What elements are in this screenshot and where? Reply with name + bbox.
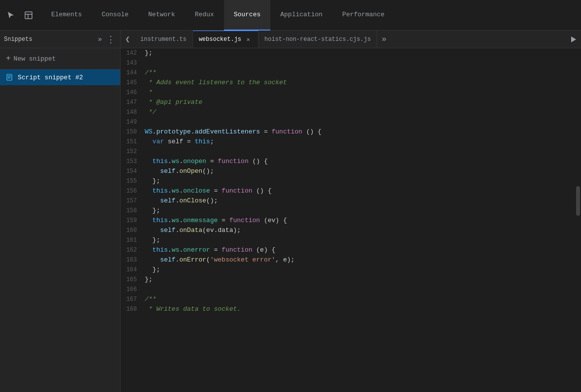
code-editor: 142 }; 143 144 /** 145 * Adds event list…	[121, 48, 581, 392]
code-line: 142 };	[121, 48, 575, 58]
code-line: 161 };	[121, 235, 575, 245]
file-tabs: ❮ instrument.ts websocket.js ✕ hoist-non…	[121, 31, 581, 48]
svg-marker-7	[571, 36, 576, 42]
scrollbar-track[interactable]	[575, 48, 581, 392]
code-line: 163 self.onError('websocket error', e);	[121, 255, 575, 265]
file-tab-instrument-label: instrument.ts	[140, 36, 187, 43]
code-line: 152	[121, 147, 575, 157]
top-tabbar: Elements Console Network Redux Sources A…	[0, 0, 581, 31]
sidebar: Snippets » ⋮ + New snippet Script snippe…	[0, 31, 121, 392]
code-line: 144 /**	[121, 68, 575, 78]
code-line: 143	[121, 58, 575, 68]
file-tab-websocket[interactable]: websocket.js ✕	[193, 31, 258, 48]
file-tabs-more-button[interactable]: »	[377, 31, 391, 48]
dock-icon[interactable]	[22, 8, 35, 22]
code-line: 150 WS.prototype.addEventListeners = fun…	[121, 127, 575, 137]
sidebar-title: Snippets	[4, 36, 95, 43]
run-snippet-button[interactable]	[565, 31, 581, 48]
tab-application[interactable]: Application	[270, 0, 332, 31]
sidebar-menu-icon[interactable]: ⋮	[105, 34, 116, 45]
plus-icon: +	[6, 54, 11, 63]
code-line: 155 };	[121, 176, 575, 186]
tab-network[interactable]: Network	[138, 0, 185, 31]
tab-performance[interactable]: Performance	[332, 0, 394, 31]
tab-redux[interactable]: Redux	[185, 0, 224, 31]
code-line: 157 self.onClose();	[121, 196, 575, 206]
snippet-item-label: Script snippet #2	[18, 74, 83, 81]
cursor-icon[interactable]	[4, 8, 18, 22]
code-line: 151 var self = this;	[121, 137, 575, 147]
sidebar-header: Snippets » ⋮	[0, 31, 120, 48]
new-snippet-button[interactable]: + New snippet	[0, 48, 120, 69]
code-line: 160 self.onData(ev.data);	[121, 226, 575, 235]
devtools-icons	[4, 8, 41, 22]
tab-nav-back[interactable]: ❮	[121, 31, 134, 48]
file-tab-hoist[interactable]: hoist-non-react-statics.cjs.js	[258, 31, 377, 48]
code-line: 166	[121, 285, 575, 294]
code-line: 159 this.ws.onmessage = function (ev) {	[121, 216, 575, 226]
code-line: 168 * Writes data to socket.	[121, 304, 575, 314]
code-content[interactable]: 142 }; 143 144 /** 145 * Adds event list…	[121, 48, 575, 392]
tab-elements[interactable]: Elements	[41, 0, 92, 31]
file-tab-close-icon[interactable]: ✕	[244, 35, 252, 43]
file-tab-instrument[interactable]: instrument.ts	[134, 31, 193, 48]
code-line: 145 * Adds event listeners to the socket	[121, 78, 575, 88]
code-line: 167 /**	[121, 294, 575, 304]
code-line: 164 };	[121, 265, 575, 275]
code-line: 156 this.ws.onclose = function () {	[121, 186, 575, 196]
code-line: 148 */	[121, 107, 575, 117]
new-snippet-label: New snippet	[14, 55, 56, 63]
code-line: 158 };	[121, 206, 575, 216]
main-area: Snippets » ⋮ + New snippet Script snippe…	[0, 31, 581, 392]
snippet-file-icon	[6, 73, 14, 81]
code-line: 153 this.ws.onopen = function () {	[121, 157, 575, 166]
svg-rect-0	[25, 12, 32, 19]
editor-area: ❮ instrument.ts websocket.js ✕ hoist-non…	[121, 31, 581, 392]
file-tab-websocket-label: websocket.js	[199, 36, 241, 43]
scrollbar-thumb[interactable]	[576, 186, 580, 216]
tab-console[interactable]: Console	[92, 0, 138, 31]
snippet-item[interactable]: Script snippet #2	[0, 69, 120, 85]
code-line: 146 *	[121, 88, 575, 98]
tab-sources[interactable]: Sources	[224, 0, 271, 31]
file-tab-hoist-label: hoist-non-react-statics.cjs.js	[264, 36, 371, 43]
code-line: 165 };	[121, 275, 575, 285]
code-line: 154 self.onOpen();	[121, 166, 575, 176]
sidebar-more-icon[interactable]: »	[95, 34, 105, 45]
code-line: 147 * @api private	[121, 98, 575, 107]
code-line: 162 this.ws.onerror = function (e) {	[121, 245, 575, 255]
code-line: 149	[121, 117, 575, 127]
